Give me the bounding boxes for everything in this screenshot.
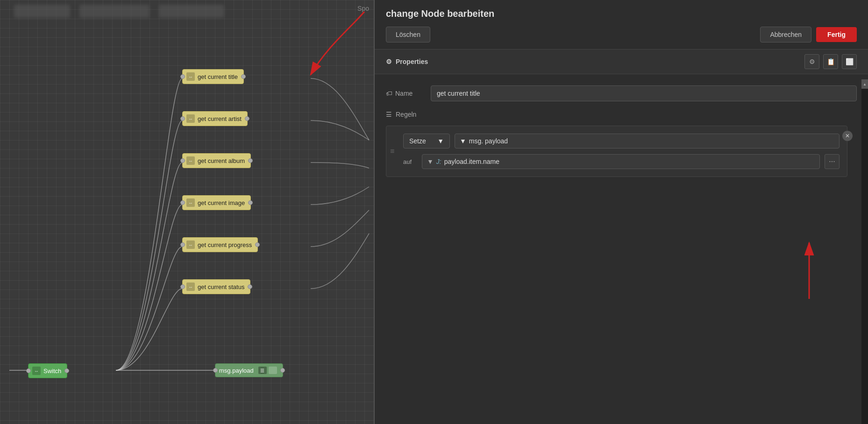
get-image-port-right	[248, 200, 253, 205]
get-artist-port-left	[180, 116, 185, 121]
edit-panel: change Node bearbeiten Löschen Abbrechen…	[374, 0, 868, 424]
node-msg-payload[interactable]: msg.payload ☰	[215, 363, 283, 377]
node-switch[interactable]: ↔ Switch	[28, 363, 67, 378]
get-title-label: get current title	[198, 73, 238, 80]
get-progress-port-left	[180, 242, 185, 247]
setze-select[interactable]: Setze ▼	[403, 134, 450, 148]
name-label-text: Name	[395, 90, 413, 97]
name-label: 🏷 Name	[386, 90, 423, 97]
get-progress-icon: ↔	[186, 240, 195, 249]
name-row: 🏷 Name	[386, 85, 857, 101]
rule-bottom-row: auf ▼ J: payload.item.name ···	[403, 154, 840, 169]
loschen-button[interactable]: Löschen	[386, 27, 430, 42]
js-type-indicator: J:	[436, 158, 441, 165]
tag-icon: 🏷	[386, 90, 392, 97]
get-artist-port-right	[245, 116, 249, 121]
switch-port-left	[26, 368, 31, 373]
msg-badge-text: msg. payload	[469, 137, 508, 145]
fertig-button[interactable]: Fertig	[816, 27, 857, 42]
get-progress-port-right	[255, 242, 260, 247]
get-image-icon: ↔	[186, 198, 195, 207]
red-arrow-to-node	[0, 0, 374, 424]
node-get-current-progress[interactable]: ↔ get current progress	[182, 237, 258, 252]
header-buttons: Löschen Abbrechen Fertig	[386, 27, 857, 42]
top-nodes-blurred	[0, 0, 374, 23]
rule-top-row: Setze ▼ ▼ msg. payload	[403, 134, 840, 148]
settings-icon-btn[interactable]: ⚙	[804, 54, 819, 69]
properties-icons: ⚙ 📋 ⬜	[804, 54, 857, 69]
node-get-current-image[interactable]: ↔ get current image	[182, 195, 251, 210]
get-artist-icon: ↔	[186, 114, 195, 123]
rule-dots-button[interactable]: ···	[825, 154, 840, 169]
rule-value-text: payload.item.name	[444, 158, 499, 165]
msg-payload-label: msg.payload	[219, 367, 254, 374]
node-get-current-album[interactable]: ↔ get current album	[182, 153, 251, 168]
panel-title: change Node bearbeiten	[386, 8, 857, 19]
header-right-buttons: Abbrechen Fertig	[760, 27, 857, 42]
switch-port-right	[64, 368, 69, 373]
get-status-port-right	[248, 284, 252, 289]
type-dropdown-icon: ▼	[427, 158, 434, 165]
chevron-up-icon: ▲	[863, 82, 867, 86]
name-input[interactable]	[431, 85, 857, 101]
rule-close-button[interactable]: ✕	[842, 131, 853, 141]
get-image-port-left	[180, 200, 185, 205]
regeln-label-text: Regeln	[396, 111, 416, 118]
msg-payload-icon1: ☰	[258, 367, 267, 374]
node-canvas: Spo ↔ Switch	[0, 0, 374, 424]
get-album-label: get current album	[198, 157, 245, 164]
rule-container: ≡ Setze ▼ ▼ msg. payload auf	[386, 126, 847, 177]
get-title-port-left	[180, 74, 185, 79]
get-status-icon: ↔	[186, 283, 195, 291]
switch-icon: ↔	[32, 367, 41, 375]
properties-bar: ⚙ Properties ⚙ 📋 ⬜	[375, 49, 868, 74]
spo-label: Spo	[357, 5, 369, 12]
form-content: 🏷 Name ☰ Regeln ≡ Setze ▼ ▼	[375, 74, 868, 424]
get-image-label: get current image	[198, 199, 245, 206]
switch-label: Switch	[43, 367, 61, 375]
msg-payload-port-right	[280, 368, 285, 373]
scrollbar-track: ▲	[861, 79, 868, 424]
properties-title: ⚙ Properties	[386, 58, 428, 65]
wires	[0, 0, 374, 424]
abbrechen-button[interactable]: Abbrechen	[760, 27, 811, 42]
msg-dropdown-icon: ▼	[460, 137, 466, 145]
get-artist-label: get current artist	[198, 115, 242, 122]
get-album-port-left	[180, 158, 185, 163]
get-progress-label: get current progress	[198, 241, 252, 248]
scrollbar-up-button[interactable]: ▲	[861, 79, 868, 89]
rule-value-field[interactable]: ▼ J: payload.item.name	[422, 154, 820, 169]
get-status-port-left	[180, 284, 185, 289]
list-icon: ☰	[386, 111, 392, 118]
setze-label: Setze	[409, 137, 426, 145]
msg-payload-badge[interactable]: ▼ msg. payload	[455, 134, 840, 148]
get-status-label: get current status	[198, 283, 244, 290]
node-get-current-title[interactable]: ↔ get current title	[182, 69, 244, 84]
regeln-label-row: ☰ Regeln	[386, 111, 857, 118]
rule-inner: Setze ▼ ▼ msg. payload auf ▼ J: payload.…	[403, 134, 840, 169]
properties-label: Properties	[396, 58, 428, 65]
setze-chevron-icon: ▼	[437, 137, 444, 145]
copy-icon-btn[interactable]: 📋	[823, 54, 838, 69]
gear-icon: ⚙	[386, 58, 392, 65]
auf-label: auf	[403, 158, 417, 165]
get-title-icon: ↔	[186, 72, 195, 81]
msg-payload-icon2	[269, 367, 277, 374]
node-get-current-status[interactable]: ↔ get current status	[182, 279, 250, 294]
get-title-port-right	[241, 74, 246, 79]
msg-payload-port-left	[213, 368, 218, 373]
get-album-icon: ↔	[186, 156, 195, 165]
export-icon-btn[interactable]: ⬜	[842, 54, 857, 69]
panel-header: change Node bearbeiten Löschen Abbrechen…	[375, 0, 868, 49]
node-get-current-artist[interactable]: ↔ get current artist	[182, 111, 248, 126]
get-album-port-right	[248, 158, 253, 163]
drag-handle-icon[interactable]: ≡	[390, 147, 394, 155]
